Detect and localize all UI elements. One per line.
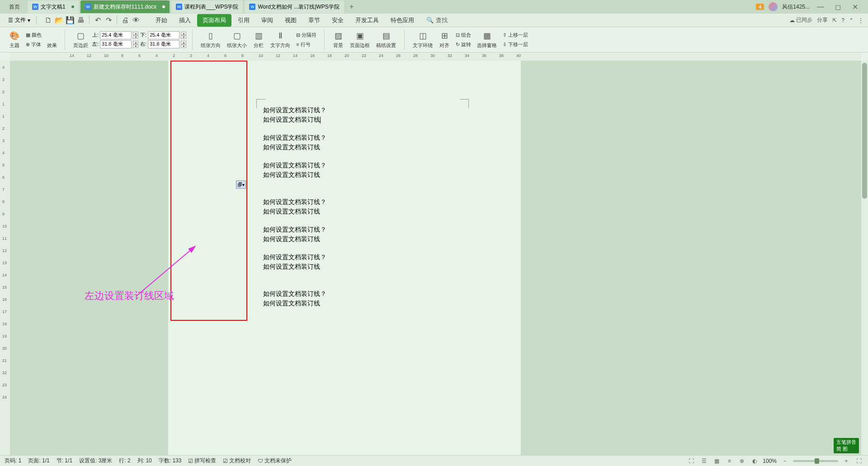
background-button[interactable]: ▨背景 (330, 29, 346, 50)
status-page[interactable]: 页面: 1/1 (28, 457, 49, 465)
select-pane-button[interactable]: ▦选择窗格 (475, 29, 499, 50)
save-button[interactable]: 💾 (65, 15, 75, 25)
undo-button[interactable]: ↶ (93, 15, 103, 25)
margin-top-input[interactable] (100, 31, 132, 39)
doc-tab-0[interactable]: W 文字文稿1 (28, 0, 79, 13)
manuscript-button[interactable]: ▤稿纸设置 (374, 29, 398, 50)
minimize-button[interactable]: — (814, 2, 827, 11)
print-button[interactable]: 🖶 (76, 15, 86, 25)
move-up-button[interactable]: ⇧上移一层 (501, 31, 530, 39)
tab-chapter[interactable]: 章节 (303, 14, 326, 27)
spin-down[interactable]: ▾ (133, 35, 138, 39)
status-line[interactable]: 行: 2 (119, 457, 130, 465)
share-button[interactable]: 分享 (817, 16, 828, 24)
view-mode-5[interactable]: ⊕ (737, 457, 746, 465)
add-tab-button[interactable]: + (347, 2, 356, 11)
file-menu[interactable]: ☰ 文件 ▾ (5, 16, 34, 24)
status-page-number[interactable]: 页码: 1 (5, 457, 21, 465)
effects-button[interactable]: 效果 (45, 41, 59, 50)
margin-left-input[interactable] (100, 40, 132, 48)
misc-icon[interactable]: ⇱ (832, 17, 837, 24)
spin-up[interactable]: ▴ (133, 41, 138, 44)
columns-button[interactable]: ▥分栏 (251, 29, 266, 50)
user-name[interactable]: 风信1425... (782, 3, 810, 11)
paste-options-button[interactable]: 🗐▾ (236, 181, 246, 189)
new-button[interactable]: 🗋 (43, 15, 53, 25)
view-mode-6[interactable]: ◐ (750, 457, 759, 465)
zoom-out-button[interactable]: − (780, 457, 789, 465)
margin-right-input[interactable] (148, 40, 179, 48)
group-button[interactable]: ⊡组合 (454, 31, 473, 39)
text-direction-button[interactable]: Ⅱ文字方向 (268, 29, 292, 50)
protection-button[interactable]: 🛡文档未保护 (258, 457, 292, 465)
tab-review[interactable]: 审阅 (256, 14, 278, 27)
spin-down[interactable]: ▾ (133, 44, 138, 48)
status-words[interactable]: 字数: 133 (159, 457, 182, 465)
spin-up[interactable]: ▴ (181, 32, 186, 35)
move-down-button[interactable]: ⇩下移一层 (501, 40, 530, 49)
more-icon[interactable]: ⋮ (858, 17, 863, 24)
tab-reference[interactable]: 引用 (232, 14, 255, 27)
ime-indicator[interactable]: 五笔拼音 简 图 (834, 438, 859, 453)
align-button[interactable]: ⊞对齐 (437, 29, 452, 50)
proofing-button[interactable]: ☑文档校对 (223, 457, 251, 465)
view-mode-2[interactable]: ☰ (699, 457, 708, 465)
notification-badge[interactable]: 4 (756, 4, 764, 10)
tab-insert[interactable]: 插入 (174, 14, 196, 27)
search-box[interactable]: 🔍 查找 (426, 16, 448, 24)
tab-dev-tools[interactable]: 开发工具 (350, 14, 384, 27)
breaks-button[interactable]: ⊟分隔符 (294, 31, 318, 39)
scroll-thumb[interactable] (862, 63, 867, 199)
tab-page-layout[interactable]: 页面布局 (197, 14, 231, 27)
tab-home[interactable]: 首页 (2, 0, 27, 14)
margins-button[interactable]: ▢ 页边距 (71, 29, 90, 50)
size-button[interactable]: ▢纸张大小 (225, 29, 249, 50)
view-mode-4[interactable]: ≡ (725, 457, 734, 465)
document-page[interactable]: 如何设置文档装订线？ 如何设置文档装订线 如何设置文档装订线？ 如何设置文档装订… (168, 61, 521, 455)
orientation-button[interactable]: ▯纸张方向 (198, 29, 223, 50)
spin-down[interactable]: ▾ (181, 35, 186, 39)
margin-bottom-input[interactable] (148, 31, 179, 39)
document-scroll[interactable]: 左边设置装订线区域 🗐▾ 如何设置文档装订线？ 如何设置文档装订线 如何设置文档… (10, 61, 861, 455)
zoom-in-button[interactable]: + (842, 457, 851, 465)
spell-check-button[interactable]: ☑拼写检查 (188, 457, 216, 465)
horizontal-ruler[interactable]: 1412108642246810121416182022242628303234… (10, 52, 861, 61)
zoom-slider[interactable] (793, 460, 838, 462)
line-numbers-button[interactable]: ≡行号 (294, 40, 318, 49)
spin-up[interactable]: ▴ (133, 32, 138, 35)
text-wrap-button[interactable]: ◫文字环绕 (410, 29, 435, 50)
print2-button[interactable]: 🖨 (120, 15, 130, 25)
user-avatar[interactable] (769, 2, 778, 11)
page-border-button[interactable]: ▣页面边框 (348, 29, 372, 50)
fullscreen-button[interactable]: ⛶ (854, 457, 863, 465)
zoom-thumb[interactable] (815, 458, 819, 464)
spin-down[interactable]: ▾ (181, 44, 186, 48)
view-mode-1[interactable]: ⛶ (687, 457, 696, 465)
theme-button[interactable]: 🎨 主题 (7, 29, 22, 50)
view-mode-3[interactable]: ▦ (712, 457, 721, 465)
maximize-button[interactable]: ◻ (831, 2, 844, 11)
vertical-scrollbar[interactable] (861, 61, 868, 455)
doc-tab-2[interactable]: W 课程列表___WPS学院 (171, 0, 243, 13)
vertical-ruler[interactable]: 4321123456789101112131415161718192021222… (0, 61, 10, 455)
colors-button[interactable]: ▦颜色 (24, 31, 43, 39)
status-setting[interactable]: 设置值: 3厘米 (79, 457, 112, 465)
tab-special[interactable]: 特色应用 (385, 14, 420, 27)
zoom-level[interactable]: 100% (763, 458, 777, 464)
status-col[interactable]: 列: 10 (137, 457, 152, 465)
rotate-button[interactable]: ↻旋转 (454, 40, 473, 49)
spin-up[interactable]: ▴ (181, 41, 186, 44)
open-button[interactable]: 📂 (54, 15, 64, 25)
tab-start[interactable]: 开始 (150, 14, 173, 27)
redo-button[interactable]: ↷ (104, 15, 113, 25)
collapse-icon[interactable]: ⌃ (849, 17, 854, 24)
tab-security[interactable]: 安全 (326, 14, 349, 27)
tab-view[interactable]: 视图 (279, 14, 302, 27)
fonts-button[interactable]: ⊕字体 (24, 40, 43, 49)
close-button[interactable]: ✕ (849, 2, 861, 11)
status-section[interactable]: 节: 1/1 (57, 457, 72, 465)
doc-tab-3[interactable]: W Word文档如何 ...装订线|WPS学院 (245, 0, 344, 13)
help-icon[interactable]: ? (841, 17, 844, 24)
doc-tab-1[interactable]: W 新建文档保存时1111.docx (80, 0, 170, 13)
sync-button[interactable]: ☁ 已同步 (789, 16, 812, 24)
